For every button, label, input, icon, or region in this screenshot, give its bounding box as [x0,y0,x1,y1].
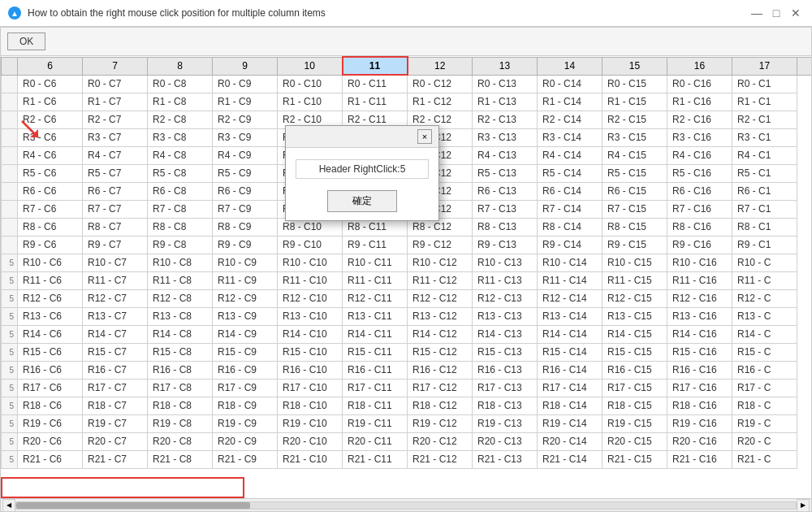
table-cell: R3 - C15 [603,128,667,146]
table-cell: R12 - C [732,289,797,307]
table-cell: R9 - C9 [213,236,278,254]
table-cell: R4 - C6 [18,146,83,164]
scroll-left-button[interactable]: ◀ [2,499,15,512]
table-cell: R2 - C8 [148,111,213,128]
horizontal-scrollbar[interactable]: ◀ ▶ [1,498,811,511]
table-cell: R8 - C13 [473,218,538,236]
table-cell: R11 - C10 [278,271,343,289]
table-row: 5R20 - C6R20 - C7R20 - C8R20 - C9R20 - C… [2,432,812,450]
modal-confirm-button[interactable]: 確定 [327,190,397,212]
col-header-7[interactable]: 7 [83,57,148,75]
row-num-cell [2,236,18,254]
table-cell: R3 - C8 [148,128,213,146]
table-cell: R15 - C15 [603,343,667,361]
table-cell: R19 - C11 [343,414,408,432]
row-num-cell: 5 [2,289,18,307]
table-cell: R21 - C10 [278,450,343,468]
table-cell: R5 - C13 [473,164,538,182]
col-header-6[interactable]: 6 [18,57,83,75]
table-cell: R14 - C14 [538,325,603,343]
table-cell: R17 - C6 [18,379,83,397]
table-cell: R9 - C14 [538,236,603,254]
table-cell: R0 - C7 [83,75,148,93]
table-cell: R10 - C16 [667,254,732,271]
table-cell: R15 - C12 [408,343,473,361]
table-cell: R18 - C7 [83,397,148,414]
table-cell: R3 - C9 [213,128,278,146]
table-cell: R16 - C14 [538,361,603,379]
table-cell: R9 - C1 [732,236,797,254]
table-cell: R13 - C16 [667,307,732,325]
table-cell: R15 - C11 [343,343,408,361]
table-cell: R10 - C [732,254,797,271]
col-header-16[interactable]: 16 [667,57,732,75]
modal-close-button[interactable]: × [417,129,432,144]
table-cell: R15 - C13 [473,343,538,361]
table-cell: R2 - C1 [732,111,797,128]
table-cell: R21 - C6 [18,450,83,468]
table-cell: R13 - C12 [408,307,473,325]
table-cell: R16 - C [732,361,797,379]
col-header-13[interactable]: 13 [473,57,538,75]
table-cell: R15 - C16 [667,343,732,361]
table-cell: R18 - C15 [603,397,667,414]
table-cell: R11 - C [732,271,797,289]
col-header-15[interactable]: 15 [603,57,667,75]
table-cell: R13 - C10 [278,307,343,325]
col-header-11[interactable]: 11 [343,57,408,75]
table-cell: R18 - C13 [473,397,538,414]
table-cell: R10 - C7 [83,254,148,271]
scrollbar-thumb[interactable] [16,502,250,509]
table-cell: R20 - C8 [148,432,213,450]
table-cell: R7 - C15 [603,200,667,218]
col-header-14[interactable]: 14 [538,57,603,75]
table-cell: R6 - C6 [18,182,83,200]
table-cell: R10 - C6 [18,254,83,271]
table-cell: R18 - C16 [667,397,732,414]
col-header-8[interactable]: 8 [148,57,213,75]
table-cell: R20 - C6 [18,432,83,450]
table-container[interactable]: 67891011121314151617 R0 - C6R0 - C7R0 - … [1,56,811,498]
table-cell: R20 - C11 [343,432,408,450]
ok-button[interactable]: OK [7,33,45,50]
table-row: R9 - C6R9 - C7R9 - C8R9 - C9R9 - C10R9 -… [2,236,812,254]
table-cell: R13 - C7 [83,307,148,325]
col-header-9[interactable]: 9 [213,57,278,75]
close-button[interactable]: ✕ [788,5,804,21]
minimize-button[interactable]: — [749,5,765,21]
table-cell: R0 - C9 [213,75,278,93]
table-cell: R12 - C9 [213,289,278,307]
table-cell: R14 - C16 [667,325,732,343]
table-cell: R12 - C8 [148,289,213,307]
table-cell: R17 - C12 [408,379,473,397]
table-cell: R21 - C11 [343,450,408,468]
col-header-10[interactable]: 10 [278,57,343,75]
table-cell: R18 - C10 [278,397,343,414]
maximize-button[interactable]: □ [768,5,784,21]
table-cell: R7 - C1 [732,200,797,218]
table-cell: R14 - C10 [278,325,343,343]
table-cell: R1 - C14 [538,93,603,111]
table-cell: R18 - C8 [148,397,213,414]
table-cell: R14 - C8 [148,325,213,343]
table-row: R1 - C6R1 - C7R1 - C8R1 - C9R1 - C10R1 -… [2,93,812,111]
table-cell: R1 - C7 [83,93,148,111]
window-title: How to obtain the right mouse click posi… [28,7,326,19]
col-header-17[interactable]: 17 [732,57,797,75]
scrollbar-track[interactable] [15,501,797,510]
modal-dialog[interactable]: × Header RightClick:5 確定 [285,125,439,221]
table-cell: R12 - C16 [667,289,732,307]
col-header-12[interactable]: 12 [408,57,473,75]
table-cell: R7 - C8 [148,200,213,218]
table-cell: R1 - C10 [278,93,343,111]
table-cell: R17 - C14 [538,379,603,397]
row-num-cell: 5 [2,414,18,432]
table-cell: R5 - C7 [83,164,148,182]
table-cell: R7 - C16 [667,200,732,218]
row-num-cell: 5 [2,450,18,468]
table-cell: R0 - C6 [18,75,83,93]
table-cell: R18 - C12 [408,397,473,414]
table-cell: R7 - C9 [213,200,278,218]
scroll-right-button[interactable]: ▶ [797,499,810,512]
table-cell: R17 - C11 [343,379,408,397]
